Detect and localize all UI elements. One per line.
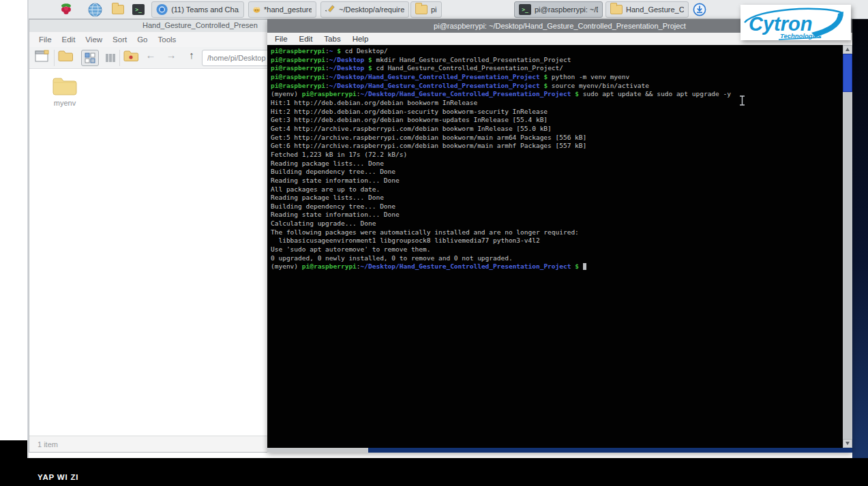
terminal-line: Reading package lists... Done — [271, 160, 843, 168]
menu-tools[interactable]: Tools — [158, 35, 177, 44]
taskbar-window-editor[interactable]: ~/Desktop/a/require.. — [320, 1, 409, 18]
terminal-line: Building dependency tree... Done — [271, 168, 843, 177]
terminal-icon: >_ — [519, 4, 531, 15]
list-item-myenv[interactable]: myenv — [43, 76, 87, 107]
terminal-line: (myenv) pi@raspberrypi:~/Desktop/Hand_Ge… — [271, 262, 843, 271]
terminal-line: (myenv) pi@raspberrypi:~/Desktop/Hand_Ge… — [271, 90, 843, 99]
desktop: >_ (11) Teams and Cha.. *hand_gesture_c.… — [0, 0, 868, 486]
web-browser-icon[interactable] — [87, 2, 102, 17]
taskbar-window-label: (11) Teams and Cha.. — [171, 5, 239, 14]
scrollbar-track[interactable] — [843, 54, 852, 439]
toolbar-separator — [119, 50, 120, 66]
letterbox-bar: YAP WI ZI — [0, 458, 868, 486]
taskbar-window-project-folder[interactable]: Hand_Gesture_Contr.. — [605, 1, 689, 18]
toolbar-separator — [54, 50, 55, 66]
bee-app-icon — [253, 5, 260, 15]
scrollbar-down-icon[interactable] — [843, 439, 852, 448]
taskbar-window-hand-gesture[interactable]: *hand_gesture_c...ro.. — [248, 1, 316, 18]
terminal-line: Reading state information... Done — [271, 211, 843, 219]
terminal-line: 0 upgraded, 0 newly installed, 0 to remo… — [271, 254, 843, 263]
terminal-line: Reading state information... Done — [271, 177, 843, 185]
cytron-logo: Cytron Technologies — [740, 5, 851, 40]
item-label: myenv — [54, 99, 76, 107]
forward-icon[interactable]: → — [163, 50, 179, 60]
terminal-line: All packages are up to date. — [271, 185, 843, 194]
file-manager-icon[interactable] — [110, 2, 125, 17]
taskbar-window-label: Hand_Gesture_Contr.. — [626, 5, 684, 14]
taskbar-window-label: pi — [431, 5, 437, 14]
terminal-line: Get:4 http://archive.raspberrypi.com/deb… — [271, 125, 843, 134]
credit-text: YAP WI ZI — [38, 473, 78, 481]
taskbar-window-label: *hand_gesture_c...ro.. — [264, 5, 312, 14]
terminal-line: pi@raspberrypi:~/Desktop/Hand_Gesture_Co… — [271, 82, 843, 91]
terminal-line: pi@raspberrypi:~/Desktop $ cd Hand_Gestu… — [271, 64, 843, 73]
ibeam-cursor — [739, 95, 745, 106]
back-icon[interactable]: ← — [143, 50, 159, 60]
taskbar-window-pi[interactable]: pi — [410, 1, 442, 18]
terminal-line: libbasicusageenvironment1 libgroupsock8 … — [271, 237, 843, 245]
menu-edit[interactable]: Edit — [299, 35, 313, 43]
terminal-line: Hit:1 http://deb.debian.org/debian bookw… — [271, 99, 843, 108]
terminal-line: Building dependency tree... Done — [271, 202, 843, 211]
taskbar-window-terminal[interactable]: >_ pi@raspberrypi: ~/D.. — [514, 1, 603, 18]
terminal-output[interactable]: pi@raspberrypi:~ $ cd Desktop/pi@raspber… — [267, 45, 843, 448]
taskbar-window-teams[interactable]: (11) Teams and Cha.. — [151, 1, 244, 18]
terminal-line: Get:3 http://deb.debian.org/debian bookw… — [271, 116, 843, 125]
grid-view-icon[interactable] — [81, 50, 99, 66]
menu-file[interactable]: File — [39, 35, 52, 44]
terminal-line: Calculating upgrade... Done — [271, 219, 843, 228]
folder-icon — [112, 5, 124, 14]
raspberry-menu-icon[interactable] — [59, 2, 74, 17]
terminal-line: pi@raspberrypi:~/Desktop $ mkdir Hand_Ge… — [271, 56, 843, 65]
scrollbar-up-icon[interactable] — [843, 45, 852, 54]
terminal-icon: >_ — [132, 4, 145, 15]
menu-help[interactable]: Help — [353, 35, 369, 43]
terminal-line: Reading package lists... Done — [271, 194, 843, 202]
up-icon[interactable]: ↑ — [183, 50, 200, 60]
window-resize-edge[interactable] — [368, 448, 852, 453]
status-text: 1 item — [38, 440, 58, 449]
terminal-scrollbar[interactable] — [843, 45, 852, 448]
taskbar-window-label: ~/Desktop/a/require.. — [339, 5, 404, 14]
terminal-line: Use 'sudo apt autoremove' to remove them… — [271, 245, 843, 254]
folder-icon — [415, 5, 428, 14]
menu-tabs[interactable]: Tabs — [324, 35, 340, 43]
scrollbar-thumb[interactable] — [843, 54, 852, 92]
terminal-line: pi@raspberrypi:~ $ cd Desktop/ — [271, 47, 843, 56]
terminal-line: Hit:2 http://deb.debian.org/debian-secur… — [271, 108, 843, 117]
terminal-bottom-edge — [267, 448, 852, 453]
menu-view[interactable]: View — [85, 35, 102, 44]
window-resize-edge[interactable] — [267, 448, 368, 453]
new-tab-folder-icon[interactable] — [58, 50, 73, 62]
editor-pencil-icon — [325, 4, 335, 15]
terminal-window: pi@raspberrypi: ~/Desktop/Hand_Gesture_C… — [267, 19, 852, 453]
folder-icon — [610, 5, 623, 14]
menu-file[interactable]: File — [275, 35, 288, 43]
chromium-icon — [156, 3, 168, 16]
desktop-edge — [852, 19, 868, 458]
terminal-line: Get:6 http://archive.raspberrypi.com/deb… — [271, 142, 843, 151]
terminal-line: Get:5 http://archive.raspberrypi.com/deb… — [271, 134, 843, 142]
terminal-title: pi@raspberrypi: ~/Desktop/Hand_Gesture_C… — [434, 22, 686, 30]
menu-sort[interactable]: Sort — [113, 35, 127, 44]
taskbar-window-label: pi@raspberrypi: ~/D.. — [535, 5, 598, 14]
terminal-line: The following packages were automaticall… — [271, 228, 843, 237]
terminal-launcher-icon[interactable]: >_ — [131, 2, 146, 17]
menu-edit[interactable]: Edit — [62, 35, 76, 44]
file-manager-title: Hand_Gesture_Controlled_Presen — [143, 21, 258, 29]
terminal-block-cursor — [583, 263, 587, 271]
download-icon[interactable] — [692, 2, 707, 17]
folder-myenv-icon — [52, 76, 78, 96]
new-window-icon[interactable] — [35, 50, 50, 63]
terminal-line: Fetched 1,223 kB in 17s (72.2 kB/s) — [271, 151, 843, 160]
home-folder-icon[interactable] — [123, 50, 138, 62]
menu-go[interactable]: Go — [137, 35, 147, 44]
terminal-line: pi@raspberrypi:~/Desktop/Hand_Gesture_Co… — [271, 73, 843, 82]
list-view-icon[interactable] — [102, 50, 119, 66]
